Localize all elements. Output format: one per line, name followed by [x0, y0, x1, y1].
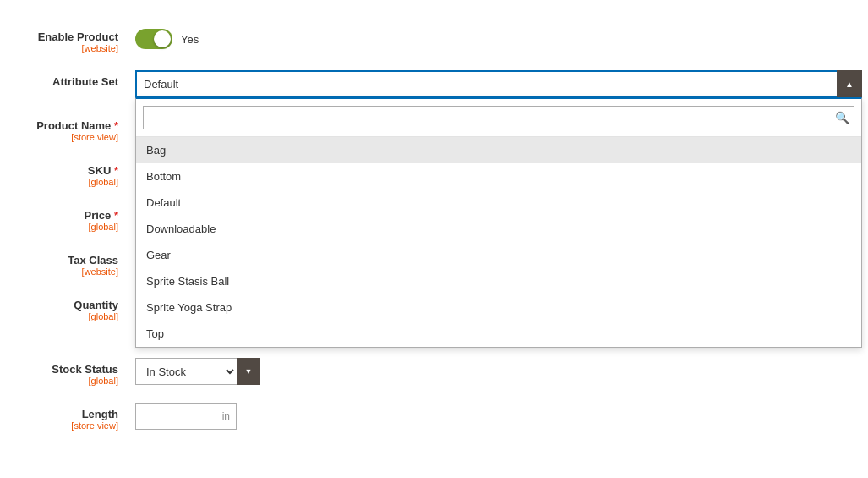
attribute-set-toggle-button[interactable] — [837, 70, 862, 97]
product-name-required: * — [114, 119, 118, 132]
stock-status-select[interactable]: In Stock Out of Stock — [135, 358, 237, 385]
sku-text: SKU — [88, 164, 111, 177]
attribute-set-input[interactable] — [135, 70, 862, 97]
length-unit: in — [222, 410, 230, 422]
list-item[interactable]: Bottom — [136, 163, 861, 190]
enable-product-label: Enable Product [website] — [17, 25, 135, 53]
stock-status-wrapper: In Stock Out of Stock — [135, 358, 851, 385]
enable-product-field: Yes — [135, 25, 851, 49]
list-item[interactable]: Downloadable — [136, 216, 861, 242]
length-field: in — [135, 403, 851, 430]
attribute-set-dropdown: 🔍 Bag Bottom Default Downloadable Gear S… — [135, 97, 862, 348]
product-form: Enable Product [website] Yes Attribute S… — [0, 0, 868, 478]
list-item[interactable]: Default — [136, 190, 861, 216]
search-icon: 🔍 — [835, 111, 849, 124]
list-item[interactable]: Gear — [136, 242, 861, 268]
enable-product-row: Enable Product [website] Yes — [0, 17, 868, 62]
stock-status-field: In Stock Out of Stock — [135, 358, 851, 385]
tax-class-label: Tax Class [website] — [17, 249, 135, 277]
quantity-label: Quantity [global] — [17, 294, 135, 321]
toggle-wrapper: Yes — [135, 25, 851, 49]
product-name-label: Product Name * [store view] — [17, 114, 135, 142]
toggle-value: Yes — [181, 33, 199, 46]
length-label: Length [store view] — [17, 403, 135, 431]
stock-status-row: Stock Status [global] In Stock Out of St… — [0, 349, 868, 394]
product-name-text: Product Name — [36, 119, 111, 132]
attribute-set-select-wrapper: 🔍 Bag Bottom Default Downloadable Gear S… — [135, 70, 862, 97]
price-text: Price — [85, 209, 112, 222]
sku-label: SKU * [global] — [17, 159, 135, 187]
dropdown-list: Bag Bottom Default Downloadable Gear Spr… — [136, 137, 861, 347]
list-item[interactable]: Sprite Yoga Strap — [136, 294, 861, 321]
stock-status-dropdown-button[interactable] — [237, 358, 260, 385]
price-required: * — [114, 209, 118, 222]
length-input-wrapper: in — [135, 403, 237, 430]
dropdown-search-container: 🔍 — [136, 99, 861, 137]
attribute-set-field: 🔍 Bag Bottom Default Downloadable Gear S… — [135, 70, 862, 97]
length-row: Length [store view] in — [0, 394, 868, 439]
attribute-set-label: Attribute Set — [17, 70, 135, 88]
list-item[interactable]: Top — [136, 321, 861, 347]
list-item[interactable]: Bag — [136, 137, 861, 163]
price-label: Price * [global] — [17, 204, 135, 232]
sku-required: * — [114, 164, 118, 177]
attribute-set-row: Attribute Set 🔍 Bag Bottom Default Down — [0, 62, 868, 106]
enable-product-toggle[interactable] — [135, 29, 172, 49]
dropdown-search-input[interactable] — [143, 106, 854, 129]
list-item[interactable]: Sprite Stasis Ball — [136, 268, 861, 294]
stock-status-label: Stock Status [global] — [17, 358, 135, 386]
